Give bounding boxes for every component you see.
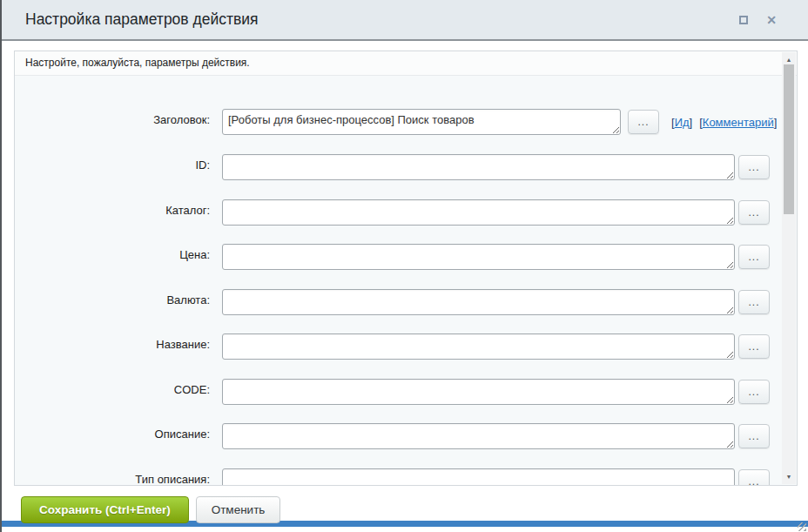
cancel-button[interactable]: Отменить — [196, 496, 281, 523]
name-textarea[interactable] — [222, 333, 735, 360]
description-type-textarea[interactable] — [222, 468, 735, 486]
field-label: Описание: — [15, 428, 210, 441]
field-row-description-type: Тип описания: ... — [15, 468, 797, 486]
field-label: Каталог: — [15, 204, 210, 217]
dialog-footer: Сохранить (Ctrl+Enter) Отменить — [21, 496, 280, 523]
field-row-catalog: Каталог: ... — [15, 199, 797, 227]
field-row-code: CODE: ... — [15, 379, 797, 407]
field-row-currency: Валюта: ... — [15, 289, 797, 317]
catalog-browse-button[interactable]: ... — [738, 200, 770, 225]
comment-link[interactable]: Комментарий — [703, 116, 774, 129]
price-browse-button[interactable]: ... — [738, 245, 770, 269]
price-textarea[interactable] — [222, 244, 735, 270]
action-settings-dialog: Настройка параметров действия ✕ Настройт… — [0, 0, 808, 532]
code-textarea[interactable] — [222, 379, 735, 405]
title-textarea[interactable]: [Роботы для бизнес-процессов] Поиск това… — [222, 109, 621, 135]
description-browse-button[interactable]: ... — [738, 424, 770, 448]
field-row-id: ID: ... — [15, 154, 797, 182]
resize-grip-icon[interactable] — [798, 522, 806, 531]
field-label: Цена: — [15, 248, 210, 261]
info-bar: Настройте, пожалуйста, параметры действи… — [15, 51, 797, 76]
field-label: Валюта: — [15, 293, 210, 306]
title-browse-button[interactable]: ... — [628, 110, 659, 134]
id-textarea[interactable] — [222, 154, 735, 180]
field-row-description: Описание: ... — [15, 423, 797, 451]
field-label: Название: — [15, 338, 210, 351]
id-insert-link[interactable]: Ид — [675, 116, 690, 129]
catalog-textarea[interactable] — [222, 199, 735, 226]
description-type-browse-button[interactable]: ... — [738, 469, 770, 486]
id-browse-button[interactable]: ... — [738, 155, 770, 179]
currency-browse-button[interactable]: ... — [738, 290, 770, 314]
field-label: Тип описания: — [15, 473, 210, 486]
dialog-titlebar: Настройка параметров действия ✕ — [2, 0, 808, 41]
bracket: ] — [774, 116, 778, 129]
scroll-down-icon[interactable]: ▼ — [782, 471, 796, 482]
description-textarea[interactable] — [222, 423, 735, 449]
maximize-icon[interactable] — [739, 16, 748, 24]
field-row-name: Название: ... — [15, 333, 797, 361]
dialog-title: Настройка параметров действия — [25, 0, 259, 39]
field-label: CODE: — [15, 383, 210, 396]
parameters-panel: Настройте, пожалуйста, параметры действи… — [14, 51, 798, 486]
code-browse-button[interactable]: ... — [738, 380, 770, 404]
field-row-title: Заголовок: [Роботы для бизнес-процессов]… — [15, 109, 797, 137]
info-message: Настройте, пожалуйста, параметры действи… — [15, 51, 797, 75]
field-label: ID: — [15, 158, 210, 172]
name-browse-button[interactable]: ... — [738, 334, 770, 359]
window-controls: ✕ — [739, 0, 777, 39]
close-icon[interactable]: ✕ — [766, 14, 777, 26]
scrollbar-thumb[interactable] — [784, 64, 794, 214]
field-label: Заголовок: — [15, 113, 210, 126]
field-links: [Ид][Комментарий] — [671, 116, 777, 129]
currency-textarea[interactable] — [222, 289, 735, 315]
field-row-price: Цена: ... — [15, 244, 797, 272]
bracket: ] — [690, 116, 693, 129]
save-button[interactable]: Сохранить (Ctrl+Enter) — [21, 496, 189, 523]
vertical-scrollbar[interactable]: ▲ ▼ — [782, 52, 796, 484]
